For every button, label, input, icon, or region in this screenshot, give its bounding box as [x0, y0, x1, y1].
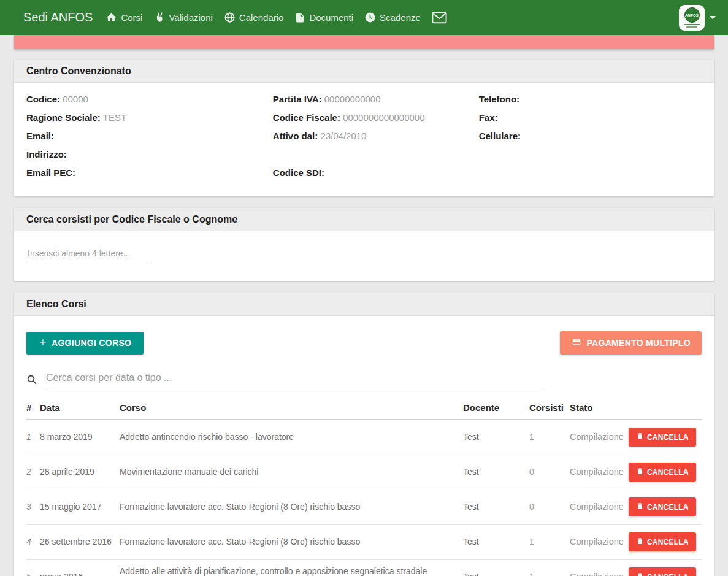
cancella-button[interactable]: CANCELLA	[629, 463, 696, 482]
table-row[interactable]: 4 26 settembre 2016 Formazione lavorator…	[26, 524, 702, 559]
nav-items: Corsi Validazioni Calendario	[100, 12, 452, 24]
field-indirizzo: Indirizzo:	[26, 148, 273, 161]
trash-icon	[636, 572, 644, 576]
col-header-action	[629, 399, 702, 420]
nav-item-documenti[interactable]: Documenti	[289, 12, 359, 23]
field-codice-fiscale: Codice Fiscale: 0000000000000000	[273, 112, 479, 124]
logo-text: ANFOS	[685, 13, 699, 17]
nav-item-validazioni[interactable]: Validazioni	[148, 12, 218, 23]
table-row[interactable]: 2 28 aprile 2019 Movimentazione manuale …	[26, 455, 702, 490]
table-row[interactable]: 3 15 maggio 2017 Formazione lavoratore a…	[26, 490, 702, 524]
field-email-pec: Email PEC:	[26, 167, 273, 179]
nav-item-label: Corsi	[121, 12, 142, 23]
field-ragione-sociale: Ragione Sociale: TEST	[26, 112, 273, 124]
logo-subtext-line	[686, 26, 697, 28]
brand-link[interactable]: Sedi ANFOS	[23, 10, 93, 25]
globe-icon	[224, 12, 236, 23]
field-codice: Codice: 00000	[26, 93, 273, 106]
nav-item-label: Validazioni	[169, 12, 212, 23]
col-header-num: #	[26, 399, 40, 420]
field-attivo-dal: Attivo dal: 23/04/2010	[273, 130, 479, 142]
home-icon	[105, 12, 117, 23]
field-email: Email:	[26, 130, 273, 142]
elenco-corsi-card: Elenco Corsi AGGIUNGI CORSO PAGAMENTO MU…	[14, 293, 714, 576]
field-fax: Fax:	[479, 112, 702, 124]
nav-item-label: Documenti	[309, 12, 353, 23]
centro-convenzionato-card: Centro Convenzionato Codice: 00000 Ragio…	[14, 60, 714, 196]
user-menu[interactable]: ANFOS	[679, 5, 716, 31]
card-title: Cerca corsisti per Codice Fiscale o Cogn…	[14, 208, 714, 231]
nav-item-scadenze[interactable]: Scadenze	[359, 12, 426, 23]
cancella-button[interactable]: CANCELLA	[629, 497, 696, 516]
centro-column-2: Partita IVA: 00000000000 Codice Fiscale:…	[273, 93, 479, 185]
trash-icon	[636, 502, 644, 512]
field-partita-iva: Partita IVA: 00000000000	[273, 93, 479, 106]
hand-peace-icon	[153, 12, 165, 23]
nav-item-label: Scadenze	[380, 12, 421, 23]
cerca-corsisti-card: Cerca corsisti per Codice Fiscale o Cogn…	[14, 208, 714, 281]
table-row[interactable]: 1 8 marzo 2019 Addetto antincendio risch…	[26, 420, 702, 455]
trash-icon	[636, 467, 644, 477]
anfos-logo: ANFOS	[679, 5, 705, 31]
nav-item-calendario[interactable]: Calendario	[218, 12, 289, 23]
field-cellulare: Cellulare:	[479, 130, 702, 142]
col-header-data: Data	[40, 399, 120, 420]
col-header-corsisti: Corsisti	[529, 399, 570, 420]
centro-column-3: Telefono: Fax: Cellulare:	[479, 93, 702, 185]
corsi-search-input[interactable]	[45, 370, 542, 391]
search-icon	[26, 374, 37, 388]
field-empty	[273, 148, 479, 161]
document-icon	[294, 12, 305, 23]
alert-banner	[14, 35, 714, 49]
corsi-table: # Data Corso Docente Corsisti Stato 1 8 …	[26, 399, 702, 576]
corsisti-search-input[interactable]	[26, 245, 148, 264]
caret-down-icon	[710, 16, 716, 19]
trash-icon	[636, 537, 644, 547]
credit-card-icon	[571, 337, 582, 348]
card-title: Centro Convenzionato	[14, 60, 714, 83]
col-header-corso: Corso	[120, 399, 463, 420]
cancella-button[interactable]: CANCELLA	[629, 567, 696, 576]
trash-icon	[636, 432, 644, 442]
table-header-row: # Data Corso Docente Corsisti Stato	[26, 399, 702, 420]
centro-column-1: Codice: 00000 Ragione Sociale: TEST Emai…	[26, 93, 273, 185]
navbar: Sedi ANFOS Corsi Validazioni	[0, 0, 728, 35]
nav-item-corsi[interactable]: Corsi	[100, 12, 148, 23]
field-codice-sdi: Codice SDI:	[273, 167, 479, 179]
pagamento-multiplo-button[interactable]: PAGAMENTO MULTIPLO	[560, 331, 702, 355]
envelope-icon	[432, 12, 447, 24]
cancella-button[interactable]: CANCELLA	[629, 532, 696, 551]
table-row[interactable]: 5 prova 2016 Addetto alle attività di pi…	[26, 559, 702, 576]
nav-item-messages[interactable]	[426, 12, 453, 24]
col-header-docente: Docente	[463, 399, 529, 420]
plus-icon	[39, 338, 47, 348]
field-telefono: Telefono:	[479, 93, 702, 106]
aggiungi-corso-button[interactable]: AGGIUNGI CORSO	[26, 332, 144, 355]
cancella-button[interactable]: CANCELLA	[629, 428, 696, 447]
card-title: Elenco Corsi	[14, 293, 714, 316]
nav-item-label: Calendario	[239, 12, 284, 23]
clock-icon	[364, 12, 376, 23]
col-header-stato: Stato	[570, 399, 629, 420]
logo-subtext-line	[684, 24, 700, 25]
